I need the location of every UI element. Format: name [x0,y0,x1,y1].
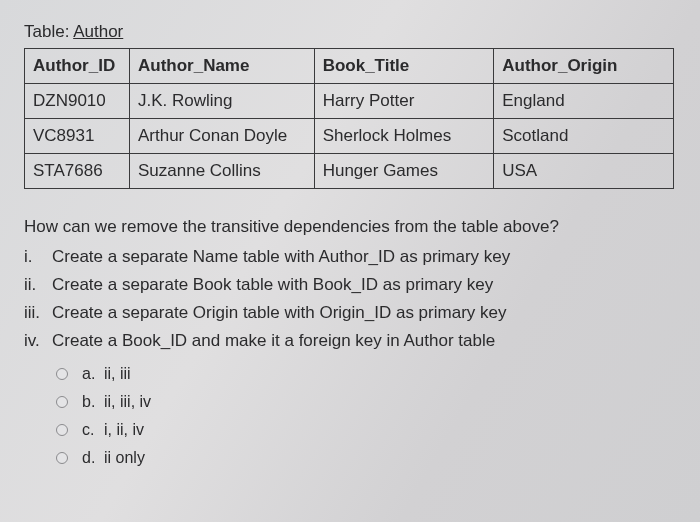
table-name: Author [73,22,123,41]
statement-number: ii. [24,275,52,295]
author-table: Author_ID Author_Name Book_Title Author_… [24,48,674,189]
radio-icon[interactable] [56,368,68,380]
option-letter: c. [82,421,104,439]
statement-item: i. Create a separate Name table with Aut… [24,247,676,267]
statement-text: Create a Book_ID and make it a foreign k… [52,331,495,351]
statement-item: iv. Create a Book_ID and make it a forei… [24,331,676,351]
cell-author-name: Suzanne Collins [129,154,314,189]
option-text: i, ii, iv [104,421,144,439]
option-c[interactable]: c. i, ii, iv [56,421,676,439]
cell-author-id: DZN9010 [25,84,130,119]
statement-text: Create a separate Book table with Book_I… [52,275,493,295]
cell-author-name: Arthur Conan Doyle [129,119,314,154]
table-header-row: Author_ID Author_Name Book_Title Author_… [25,49,674,84]
statement-number: i. [24,247,52,267]
statement-text: Create a separate Origin table with Orig… [52,303,506,323]
option-text: ii only [104,449,145,467]
table-label-prefix: Table: [24,22,73,41]
option-letter: d. [82,449,104,467]
radio-icon[interactable] [56,452,68,464]
table-row: DZN9010 J.K. Rowling Harry Potter Englan… [25,84,674,119]
statement-item: iii. Create a separate Origin table with… [24,303,676,323]
option-b[interactable]: b. ii, iii, iv [56,393,676,411]
table-row: STA7686 Suzanne Collins Hunger Games USA [25,154,674,189]
option-text: ii, iii, iv [104,393,151,411]
option-a[interactable]: a. ii, iii [56,365,676,383]
cell-book-title: Harry Potter [314,84,494,119]
radio-icon[interactable] [56,396,68,408]
statement-number: iv. [24,331,52,351]
option-letter: b. [82,393,104,411]
option-text: ii, iii [104,365,131,383]
statement-item: ii. Create a separate Book table with Bo… [24,275,676,295]
table-row: VC8931 Arthur Conan Doyle Sherlock Holme… [25,119,674,154]
cell-author-origin: USA [494,154,674,189]
col-author-origin: Author_Origin [494,49,674,84]
cell-author-name: J.K. Rowling [129,84,314,119]
page: Table: Author Author_ID Author_Name Book… [0,0,700,467]
statement-list: i. Create a separate Name table with Aut… [24,247,676,351]
statement-number: iii. [24,303,52,323]
option-letter: a. [82,365,104,383]
option-d[interactable]: d. ii only [56,449,676,467]
col-author-name: Author_Name [129,49,314,84]
col-author-id: Author_ID [25,49,130,84]
cell-author-id: STA7686 [25,154,130,189]
col-book-title: Book_Title [314,49,494,84]
cell-author-id: VC8931 [25,119,130,154]
cell-book-title: Sherlock Holmes [314,119,494,154]
table-label: Table: Author [24,22,676,42]
cell-author-origin: England [494,84,674,119]
statement-text: Create a separate Name table with Author… [52,247,510,267]
radio-icon[interactable] [56,424,68,436]
options-list: a. ii, iii b. ii, iii, iv c. i, ii, iv d… [56,365,676,467]
cell-author-origin: Scotland [494,119,674,154]
question-text: How can we remove the transitive depende… [24,217,676,237]
cell-book-title: Hunger Games [314,154,494,189]
